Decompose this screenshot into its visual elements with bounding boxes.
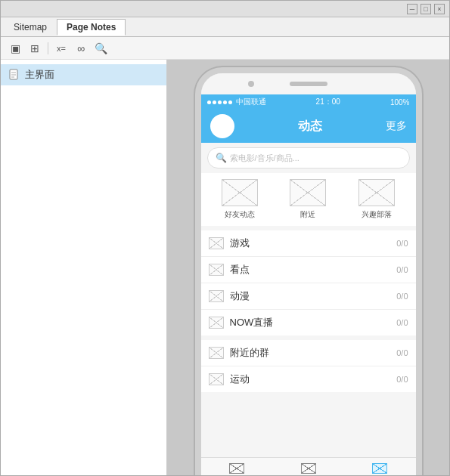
- dot-2: [213, 100, 216, 104]
- maximize-button[interactable]: □: [421, 4, 431, 14]
- close-button[interactable]: ×: [434, 4, 445, 14]
- list-section-2: 附近的群 0/0 运动 0/0: [201, 340, 416, 392]
- nearby-icon-placeholder: [290, 180, 325, 206]
- sidebar-item-main[interactable]: 主界面: [1, 64, 166, 85]
- nearby-group-icon: [209, 347, 224, 359]
- window-controls: ─ □ ×: [407, 4, 445, 14]
- interest-icon-image: [358, 179, 395, 206]
- icon-item-interest[interactable]: 兴趣部落: [358, 179, 395, 220]
- sidebar-item-label: 主界面: [25, 68, 54, 82]
- dot-1: [207, 100, 211, 104]
- minimize-button[interactable]: ─: [407, 4, 417, 14]
- toolbar-separator-1: [48, 42, 48, 54]
- game-count: 0/0: [396, 239, 408, 248]
- anime-label: 动漫: [230, 289, 391, 303]
- interest-icon-label: 兴趣部落: [362, 209, 392, 220]
- friends-icon-label: 好友动态: [225, 209, 255, 220]
- list-item-sports[interactable]: 运动 0/0: [201, 366, 416, 392]
- game-icon: [209, 237, 224, 249]
- search-placeholder-text: 索电影/音乐/商品...: [230, 153, 299, 164]
- app-body: 🔍 索电影/音乐/商品... 好友动态: [201, 143, 416, 457]
- nearby-group-label: 附近的群: [230, 346, 391, 360]
- dot-5: [228, 100, 232, 104]
- list-item-highlights[interactable]: 看点 0/0: [201, 257, 416, 283]
- user-avatar[interactable]: [210, 114, 234, 138]
- nearby-icon-label: 附近: [300, 209, 315, 220]
- now-icon: [209, 317, 224, 329]
- now-label: NOW直播: [230, 316, 391, 329]
- dot-4: [223, 100, 227, 104]
- main-content: 主界面: [1, 60, 449, 475]
- main-window: ─ □ × Sitemap Page Notes ▣ ⊞ x= ∞ 🔍: [0, 0, 450, 476]
- tab-sitemap[interactable]: Sitemap: [4, 19, 57, 36]
- highlights-count: 0/0: [396, 265, 408, 274]
- bottom-tab-messages[interactable]: 消息: [201, 460, 273, 475]
- icon-item-friends[interactable]: 好友动态: [222, 179, 258, 220]
- bottom-tab-activity[interactable]: 动态: [344, 460, 416, 475]
- iphone-speaker: [290, 82, 327, 86]
- list-item-nearby-group[interactable]: 附近的群 0/0: [201, 340, 416, 366]
- nearby-group-count: 0/0: [396, 348, 408, 357]
- icons-row: 好友动态 附近 兴趣部落: [201, 173, 416, 226]
- list-item-now[interactable]: NOW直播 0/0: [201, 310, 416, 335]
- status-bar: 中国联通 21：00 100%: [201, 94, 416, 110]
- status-time: 21：00: [316, 97, 340, 107]
- activity-tab-icon: [372, 463, 387, 474]
- contacts-tab-icon: [301, 463, 316, 474]
- highlights-icon: [209, 264, 224, 276]
- tab-pagenotes[interactable]: Page Notes: [57, 19, 126, 36]
- page-file-icon: [8, 69, 20, 81]
- phone-area: 中国联通 21：00 100% 动态 更多 🔍 索电影/音乐/商品..: [167, 60, 449, 475]
- friends-icon-image: [222, 179, 258, 206]
- list-item-anime[interactable]: 动漫 0/0: [201, 283, 416, 310]
- sports-label: 运动: [230, 372, 391, 386]
- header-more-button[interactable]: 更多: [386, 119, 407, 133]
- search-toolbar-icon[interactable]: 🔍: [92, 41, 109, 56]
- iphone-camera: [248, 81, 254, 87]
- messages-tab-icon: [229, 463, 244, 474]
- interest-icon-placeholder: [359, 180, 394, 206]
- sports-count: 0/0: [396, 375, 408, 384]
- list-item-game[interactable]: 游戏 0/0: [201, 230, 416, 257]
- signal-dots: [207, 100, 232, 104]
- list-section-1: 游戏 0/0 看点 0/0 动漫 0/0: [201, 230, 416, 335]
- iphone-frame: 中国联通 21：00 100% 动态 更多 🔍 索电影/音乐/商品..: [195, 67, 422, 475]
- battery-indicator: 100%: [390, 98, 410, 107]
- bottom-tab-contacts[interactable]: 联系人: [272, 460, 344, 475]
- game-label: 游戏: [230, 236, 391, 250]
- anime-icon: [209, 290, 224, 302]
- tab-bar: Sitemap Page Notes: [1, 17, 449, 37]
- carrier-name: 中国联通: [236, 97, 266, 107]
- anime-count: 0/0: [396, 292, 408, 301]
- nearby-icon-image: [290, 179, 326, 206]
- page-toolbar-icon-1[interactable]: ▣: [7, 41, 23, 56]
- x-label-icon[interactable]: x=: [53, 41, 70, 56]
- friends-icon-placeholder: [222, 180, 257, 206]
- iphone-top: [201, 73, 416, 94]
- header-title: 动态: [234, 119, 386, 134]
- search-icon-inner: 🔍: [216, 153, 227, 163]
- title-bar: ─ □ ×: [1, 1, 449, 17]
- page-toolbar-icon-2[interactable]: ⊞: [26, 41, 43, 56]
- now-count: 0/0: [396, 318, 408, 327]
- infinity-icon[interactable]: ∞: [73, 41, 89, 56]
- app-header: 动态 更多: [201, 110, 416, 143]
- bottom-tab-bar: 消息 联系人 动态: [201, 457, 416, 475]
- sidebar: 主界面: [1, 60, 167, 475]
- search-bar[interactable]: 🔍 索电影/音乐/商品...: [207, 147, 410, 168]
- toolbar: ▣ ⊞ x= ∞ 🔍: [1, 37, 449, 60]
- carrier-area: 中国联通: [207, 97, 266, 107]
- icon-item-nearby[interactable]: 附近: [290, 179, 326, 220]
- sports-icon: [209, 373, 224, 385]
- dot-3: [218, 100, 222, 104]
- highlights-label: 看点: [230, 263, 391, 277]
